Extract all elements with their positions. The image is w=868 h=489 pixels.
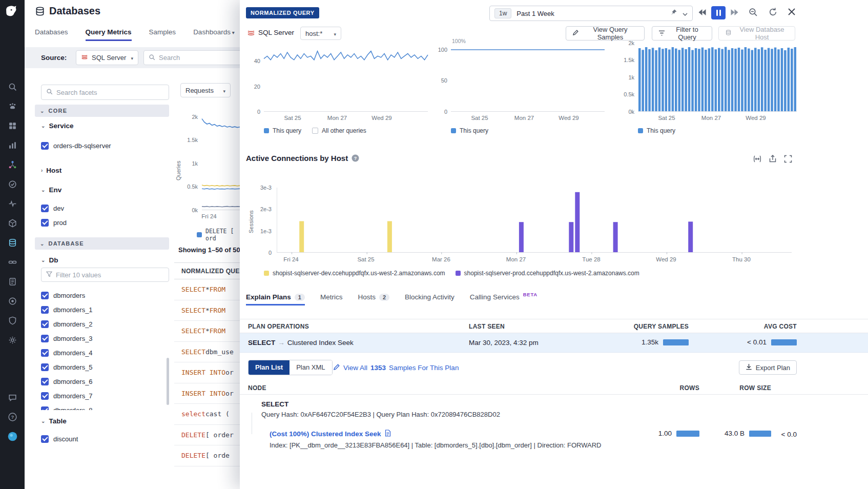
monitors-icon[interactable] xyxy=(0,174,25,194)
node-cost-title[interactable]: (Cost 100%) Clustered Index Seek xyxy=(270,430,391,438)
tab-explain-plans[interactable]: Explain Plans 1 xyxy=(246,293,305,305)
time-range-picker[interactable]: 1w Past 1 Week xyxy=(489,6,693,21)
tab-databases[interactable]: Databases xyxy=(35,28,68,41)
tab-calling-services[interactable]: Calling Services BETA xyxy=(470,293,538,305)
plan-list-button[interactable]: Plan List xyxy=(249,360,290,375)
view-query-samples-button[interactable]: View Query Samples xyxy=(566,26,645,40)
checkbox[interactable] xyxy=(41,219,49,227)
fullscreen-icon[interactable] xyxy=(783,154,793,164)
facet-table-header[interactable]: Table xyxy=(41,417,67,425)
view-database-host-button[interactable]: View Database Host xyxy=(718,26,795,40)
facet-host-header[interactable]: Host xyxy=(41,167,61,174)
tab-samples[interactable]: Samples xyxy=(149,28,176,41)
query-percent-chart[interactable] xyxy=(451,44,605,112)
checkbox[interactable] xyxy=(41,392,49,400)
checkbox[interactable] xyxy=(41,142,49,150)
tab-hosts[interactable]: Hosts 2 xyxy=(358,293,389,305)
serverless-icon[interactable] xyxy=(0,311,25,330)
facet-search-input[interactable] xyxy=(56,89,164,96)
backward-icon[interactable] xyxy=(698,9,707,16)
chat-icon[interactable] xyxy=(0,388,25,407)
facet-group-core[interactable]: CORE xyxy=(35,105,169,117)
query-count-chart[interactable] xyxy=(264,44,428,112)
metric-selector[interactable]: Requests xyxy=(180,83,231,97)
facet-env-header[interactable]: Env xyxy=(41,186,61,194)
facet-value-dbmorders_2[interactable]: dbmorders_2 xyxy=(41,317,164,331)
facet-scrollbar[interactable] xyxy=(167,358,169,405)
db-filter-box[interactable] xyxy=(41,268,169,282)
facet-value-dbmorders_6[interactable]: dbmorders_6 xyxy=(41,374,164,389)
chevron-down-icon[interactable] xyxy=(683,9,688,18)
plan-xml-button[interactable]: Plan XML xyxy=(290,360,332,375)
query-row[interactable]: DELETE [ order xyxy=(174,425,240,446)
active-connections-chart[interactable] xyxy=(277,188,792,253)
host-filter-select[interactable]: host:* xyxy=(300,27,341,40)
checkbox[interactable] xyxy=(41,205,49,212)
query-row[interactable]: DELETE [ orde xyxy=(174,445,240,466)
legend-item-prod-host[interactable]: shopist-sqlserver-prod.ccehuppdfqfx.us-w… xyxy=(456,270,639,277)
watchdog-icon[interactable] xyxy=(0,96,25,116)
export-icon[interactable] xyxy=(768,154,777,164)
facet-value-dbmorders_4[interactable]: dbmorders_4 xyxy=(41,345,164,360)
plan-operation-row[interactable]: SELECT→Clustered Index Seek Mar 30, 2023… xyxy=(240,333,868,353)
db-filter-input[interactable] xyxy=(56,271,164,279)
legend-item[interactable]: DELETE [ ord xyxy=(197,228,240,242)
query-volume-chart[interactable] xyxy=(202,117,240,210)
checkbox[interactable] xyxy=(41,378,49,385)
facet-value-prod[interactable]: prod xyxy=(41,215,169,230)
help-icon[interactable]: ? xyxy=(0,407,25,426)
apm-icon[interactable] xyxy=(0,155,25,174)
filter-to-query-button[interactable]: Filter to Query xyxy=(652,26,712,40)
query-search-input[interactable] xyxy=(159,54,240,62)
query-search-box[interactable] xyxy=(143,50,240,65)
query-row[interactable]: SELECT * FROM xyxy=(174,300,240,321)
tab-dashboards[interactable]: Dashboards xyxy=(193,28,235,41)
pause-button[interactable] xyxy=(711,6,726,19)
query-row[interactable]: INSERT INTO or xyxy=(174,383,240,404)
logs-icon[interactable] xyxy=(0,272,25,291)
databases-icon[interactable] xyxy=(0,233,25,252)
security-icon[interactable] xyxy=(0,291,25,311)
checkbox[interactable] xyxy=(41,406,49,411)
checkbox[interactable] xyxy=(41,349,49,357)
settings-icon[interactable] xyxy=(0,330,25,350)
facet-value-discount[interactable]: discount xyxy=(41,432,169,446)
dashboards-icon[interactable] xyxy=(0,116,25,135)
user-avatar[interactable] xyxy=(0,426,25,446)
facet-value-orders-db-sqlserver[interactable]: orders-db-sqlserver xyxy=(41,138,169,153)
export-plan-button[interactable]: Export Plan xyxy=(739,360,797,375)
synthetics-icon[interactable] xyxy=(0,194,25,213)
legend-item-this-query[interactable]: This query xyxy=(638,127,675,134)
legend-item-dev-host[interactable]: shopist-sqlserver-dev.ccehuppdfqfx.us-we… xyxy=(264,270,445,277)
axis-scale-icon[interactable] xyxy=(753,154,762,164)
ci-icon[interactable] xyxy=(0,252,25,272)
legend-item-this-query[interactable]: This query xyxy=(451,127,488,134)
checkbox[interactable] xyxy=(41,306,49,314)
checkbox[interactable] xyxy=(41,320,49,328)
search-icon[interactable] xyxy=(0,77,25,96)
facet-db-header[interactable]: Db xyxy=(41,256,58,264)
legend-item-this-query[interactable]: This query xyxy=(264,127,301,134)
query-row[interactable]: SELECT * FROM xyxy=(174,279,240,300)
checkbox[interactable] xyxy=(41,292,49,299)
integrations-icon[interactable] xyxy=(0,213,25,233)
facet-service-header[interactable]: Service xyxy=(41,122,73,130)
facet-value-dbmorders_8[interactable]: dbmorders_8 xyxy=(41,403,164,410)
checkbox[interactable] xyxy=(41,363,49,371)
zoom-out-icon[interactable] xyxy=(748,7,758,17)
forward-icon[interactable] xyxy=(730,9,739,16)
help-icon[interactable]: ? xyxy=(352,154,359,162)
facet-search-box[interactable] xyxy=(41,85,169,100)
facet-value-dbmorders_3[interactable]: dbmorders_3 xyxy=(41,331,164,345)
facet-group-database[interactable]: DATABASE xyxy=(35,237,169,250)
query-row[interactable]: INSERT INTO or xyxy=(174,362,240,383)
datadog-logo[interactable] xyxy=(5,4,20,19)
legend-item-all-other[interactable]: All other queries xyxy=(312,127,366,134)
facet-value-dbmorders[interactable]: dbmorders xyxy=(41,288,164,302)
facet-value-dbmorders_7[interactable]: dbmorders_7 xyxy=(41,389,164,403)
close-icon[interactable] xyxy=(788,8,796,16)
checkbox[interactable] xyxy=(41,435,49,443)
document-icon[interactable] xyxy=(385,430,391,438)
facet-value-dbmorders_1[interactable]: dbmorders_1 xyxy=(41,302,164,317)
source-select[interactable]: SQL Server xyxy=(76,50,138,65)
